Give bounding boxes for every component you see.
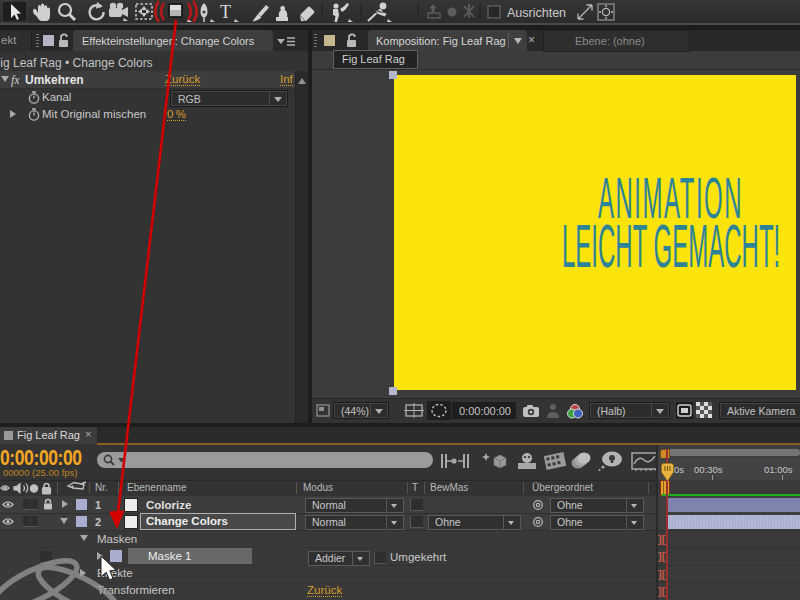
svg-text:T: T [220,2,231,22]
svg-text:Ausrichten: Ausrichten [507,6,566,20]
